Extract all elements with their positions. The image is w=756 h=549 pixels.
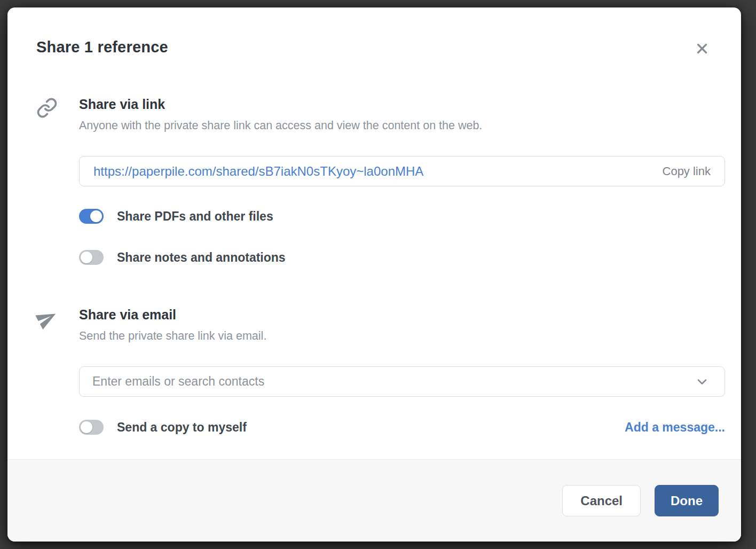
send-copy-toggle-row: Send a copy to myself Add a message... [79, 420, 725, 435]
email-input[interactable] [92, 374, 692, 389]
share-notes-toggle[interactable] [79, 250, 104, 265]
share-via-link-section: Share via link Anyone with the private s… [7, 95, 741, 265]
done-button[interactable]: Done [655, 485, 719, 516]
send-copy-toggle[interactable] [79, 420, 104, 435]
share-via-link-content: Share via link Anyone with the private s… [79, 95, 725, 265]
dialog-header: Share 1 reference [7, 7, 741, 58]
send-copy-toggle-label: Send a copy to myself [117, 420, 247, 435]
paper-plane-icon [36, 305, 79, 435]
dialog-body: Share 1 reference Share via link Anyone … [7, 7, 741, 459]
close-icon[interactable] [693, 40, 711, 58]
dialog-footer: Cancel Done [7, 459, 741, 542]
share-via-link-description: Anyone with the private share link can a… [79, 118, 725, 133]
email-input-field [79, 366, 725, 397]
share-link-url[interactable]: https://paperpile.com/shared/sB7iakN0sTK… [93, 164, 652, 179]
share-pdfs-toggle-row: Share PDFs and other files [79, 209, 725, 224]
add-message-link[interactable]: Add a message... [625, 420, 725, 435]
share-notes-toggle-row: Share notes and annotations [79, 250, 725, 265]
share-notes-toggle-label: Share notes and annotations [117, 250, 286, 265]
share-via-email-section: Share via email Send the private share l… [7, 305, 741, 435]
share-via-email-content: Share via email Send the private share l… [79, 305, 725, 435]
share-pdfs-toggle[interactable] [79, 209, 104, 224]
dialog-title: Share 1 reference [36, 38, 168, 56]
share-link-field: https://paperpile.com/shared/sB7iakN0sTK… [79, 156, 725, 186]
share-via-email-heading: Share via email [79, 305, 725, 324]
chevron-down-icon[interactable] [692, 372, 712, 391]
toggle-knob [81, 421, 92, 433]
toggle-knob [81, 252, 92, 263]
share-pdfs-toggle-label: Share PDFs and other files [117, 209, 273, 224]
cancel-button[interactable]: Cancel [562, 485, 641, 516]
toggle-knob [90, 210, 102, 222]
share-dialog: Share 1 reference Share via link Anyone … [7, 7, 741, 542]
share-via-link-heading: Share via link [79, 95, 725, 113]
chain-link-icon [36, 95, 79, 265]
copy-link-button[interactable]: Copy link [652, 164, 711, 178]
share-via-email-description: Send the private share link via email. [79, 328, 725, 343]
